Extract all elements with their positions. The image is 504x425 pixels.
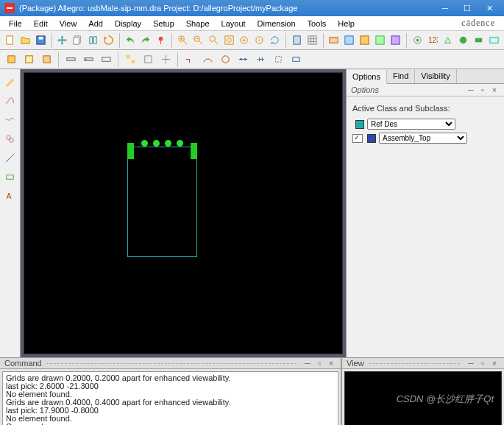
zoom-center-icon[interactable] [252,32,266,49]
menu-setup[interactable]: Setup [147,19,180,28]
svg-rect-20 [391,36,400,44]
zoom-out-button[interactable] [191,32,205,49]
menu-tools[interactable]: Tools [302,19,333,28]
lt-wave-icon[interactable] [3,112,18,127]
tool-d-icon[interactable] [373,32,387,49]
lt-move-icon[interactable] [3,74,18,88]
t2-k-icon[interactable] [199,52,216,68]
t2-i-icon[interactable] [157,52,174,68]
save-button[interactable] [34,32,48,49]
t2-l-icon[interactable] [217,52,233,68]
tool-i-icon[interactable] [456,32,470,49]
tool-b-icon[interactable] [342,32,356,49]
t2-o-icon[interactable] [270,52,286,68]
report-icon[interactable] [290,32,304,49]
svg-point-24 [460,37,466,43]
menu-help[interactable]: Help [332,19,361,28]
panel-min-icon[interactable]: ─ [466,86,476,94]
t2-p-icon[interactable] [288,52,304,68]
panel-close-icon[interactable]: × [489,86,500,94]
tool-c-icon[interactable] [358,32,372,49]
pin-2 [153,140,160,147]
class-label: Active Class and Subclass: [352,104,498,113]
minimize-button[interactable]: ─ [435,1,455,15]
tool-j-icon[interactable] [472,32,486,49]
redo-button[interactable] [139,32,153,49]
tool-a-icon[interactable] [327,32,341,49]
t2-n-icon[interactable] [252,52,269,68]
cmd-close-icon[interactable]: × [326,359,336,367]
menu-edit[interactable]: Edit [28,19,54,28]
t2-b-icon[interactable] [21,52,37,68]
menu-display[interactable]: Display [109,19,147,28]
t2-e-icon[interactable] [80,52,96,68]
zoom-window-button[interactable] [222,32,236,49]
pin-icon[interactable] [154,32,168,49]
menu-layout[interactable]: Layout [216,19,252,28]
mirror-icon[interactable] [86,32,100,49]
menu-add[interactable]: Add [82,19,109,28]
menu-view[interactable]: View [54,19,83,28]
view-close-icon[interactable]: × [489,359,500,367]
t2-c-icon[interactable] [38,52,54,68]
window-titlebar: (Package) Allegro: usbMale-sip-mm.dra Pr… [0,0,504,16]
panel-float-icon[interactable]: ▫ [478,86,488,94]
new-button[interactable] [3,32,17,49]
t2-m-icon[interactable] [235,52,251,68]
tool-h-icon[interactable] [441,32,455,49]
pin-1 [141,140,148,147]
subclass-checkbox[interactable] [352,134,363,143]
undo-button[interactable] [124,32,138,49]
t2-d-icon[interactable] [63,52,79,68]
overview-canvas[interactable] [344,371,502,425]
svg-rect-30 [66,58,74,61]
tab-visibility[interactable]: Visibility [415,69,457,83]
lt-line-icon[interactable] [3,150,18,165]
subclass-select[interactable]: Assembly_Top [379,133,467,144]
menu-dimension[interactable]: Dimension [252,19,302,28]
t2-a-icon[interactable] [3,52,19,68]
menu-shape[interactable]: Shape [180,19,216,28]
design-canvas[interactable] [24,72,343,354]
tab-find[interactable]: Find [387,69,415,83]
toolbar-2 [0,50,504,69]
tool-f-icon[interactable] [411,32,425,49]
zoom-fit-button[interactable] [207,32,221,49]
tool-e-icon[interactable] [388,32,402,49]
view-min-icon[interactable]: ─ [466,359,476,367]
rotate-icon[interactable] [102,32,116,49]
t2-g-icon[interactable] [122,52,138,68]
subclass-color-chip[interactable] [367,134,376,143]
app-icon [4,3,15,13]
menu-file[interactable]: File [3,19,28,28]
cmd-float-icon[interactable]: ▫ [314,359,324,367]
view-float-icon[interactable]: ▫ [478,359,488,367]
zoom-prev-button[interactable] [238,32,252,49]
maximize-button[interactable]: ☐ [457,1,478,15]
close-button[interactable]: ✕ [479,1,500,15]
zoom-in-button[interactable] [176,32,190,49]
lt-via-icon[interactable] [3,131,18,146]
svg-rect-34 [126,55,129,59]
tab-options[interactable]: Options [347,70,387,84]
svg-rect-29 [43,56,49,63]
class-select[interactable]: Ref Des [367,119,455,130]
command-log[interactable]: Grids are drawn 0.2000, 0.2000 apart for… [2,371,338,425]
lt-wire-icon[interactable] [3,93,18,108]
pin-4 [177,140,183,147]
class-color-chip[interactable] [355,120,364,129]
move-icon[interactable] [55,32,69,49]
tool-k-icon[interactable] [487,32,501,49]
lt-text-icon[interactable]: A [3,189,18,203]
svg-point-38 [244,58,246,60]
grid-icon[interactable] [305,32,319,49]
redraw-icon[interactable] [268,32,282,49]
open-button[interactable] [18,32,32,49]
cmd-min-icon[interactable]: ─ [302,359,313,367]
t2-f-icon[interactable] [98,52,114,68]
copy-button[interactable] [71,32,85,49]
t2-h-icon[interactable] [140,52,156,68]
tool-g-icon[interactable]: 123 [426,32,440,49]
lt-rect-icon[interactable] [3,169,18,184]
t2-j-icon[interactable] [182,52,198,68]
